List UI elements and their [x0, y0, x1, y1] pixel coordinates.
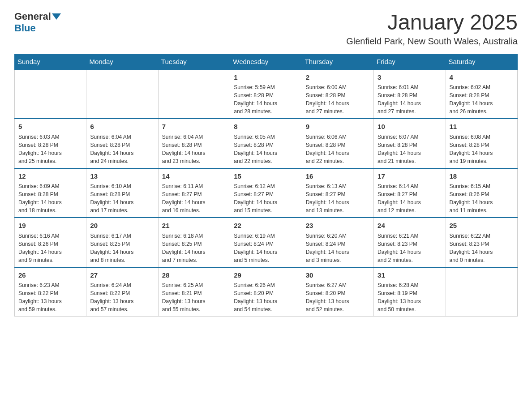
day-info: Sunrise: 6:18 AM Sunset: 8:25 PM Dayligh… [162, 232, 226, 264]
calendar-cell: 7Sunrise: 6:04 AM Sunset: 8:28 PM Daylig… [158, 119, 230, 168]
calendar-cell: 6Sunrise: 6:04 AM Sunset: 8:28 PM Daylig… [86, 119, 158, 168]
calendar-cell: 26Sunrise: 6:23 AM Sunset: 8:22 PM Dayli… [15, 267, 86, 317]
logo: General Blue [14, 11, 62, 34]
day-number: 20 [90, 221, 154, 231]
day-info: Sunrise: 6:00 AM Sunset: 8:28 PM Dayligh… [306, 83, 370, 116]
day-info: Sunrise: 6:25 AM Sunset: 8:21 PM Dayligh… [162, 281, 226, 313]
calendar-week-4: 19Sunrise: 6:16 AM Sunset: 8:26 PM Dayli… [15, 218, 518, 267]
day-info: Sunrise: 6:08 AM Sunset: 8:28 PM Dayligh… [450, 133, 514, 165]
day-number: 25 [450, 221, 514, 231]
day-info: Sunrise: 6:02 AM Sunset: 8:28 PM Dayligh… [450, 83, 514, 116]
day-number: 1 [234, 73, 298, 83]
page-header: General Blue January 2025 Glenfield Park… [14, 11, 518, 47]
day-info: Sunrise: 6:05 AM Sunset: 8:28 PM Dayligh… [234, 133, 298, 165]
day-number: 5 [18, 122, 82, 132]
day-info: Sunrise: 6:17 AM Sunset: 8:25 PM Dayligh… [90, 232, 154, 264]
day-info: Sunrise: 6:27 AM Sunset: 8:20 PM Dayligh… [306, 281, 370, 313]
calendar-cell [158, 69, 230, 119]
day-info: Sunrise: 6:10 AM Sunset: 8:28 PM Dayligh… [90, 182, 154, 214]
day-info: Sunrise: 6:04 AM Sunset: 8:28 PM Dayligh… [162, 133, 226, 165]
day-number: 2 [306, 73, 370, 83]
calendar-cell: 10Sunrise: 6:07 AM Sunset: 8:28 PM Dayli… [374, 119, 446, 168]
day-number: 4 [450, 73, 514, 83]
day-info: Sunrise: 6:04 AM Sunset: 8:28 PM Dayligh… [90, 133, 154, 165]
day-number: 8 [234, 122, 298, 132]
calendar-cell: 1Sunrise: 5:59 AM Sunset: 8:28 PM Daylig… [230, 69, 302, 119]
day-number: 16 [306, 171, 370, 182]
day-info: Sunrise: 6:13 AM Sunset: 8:27 PM Dayligh… [306, 182, 370, 214]
calendar-cell: 8Sunrise: 6:05 AM Sunset: 8:28 PM Daylig… [230, 119, 302, 168]
calendar-cell: 24Sunrise: 6:21 AM Sunset: 8:23 PM Dayli… [374, 218, 446, 267]
logo-general: General [14, 11, 51, 22]
logo-triangle-icon [52, 13, 61, 20]
calendar-cell: 18Sunrise: 6:15 AM Sunset: 8:26 PM Dayli… [446, 168, 517, 218]
day-info: Sunrise: 6:15 AM Sunset: 8:26 PM Dayligh… [450, 182, 514, 214]
day-info: Sunrise: 6:23 AM Sunset: 8:22 PM Dayligh… [18, 281, 82, 313]
calendar-table: SundayMondayTuesdayWednesdayThursdayFrid… [14, 54, 518, 317]
header-friday: Friday [374, 54, 446, 69]
calendar-cell: 9Sunrise: 6:06 AM Sunset: 8:28 PM Daylig… [302, 119, 373, 168]
calendar-cell: 3Sunrise: 6:01 AM Sunset: 8:28 PM Daylig… [374, 69, 446, 119]
day-number: 21 [162, 221, 226, 231]
calendar-header-row: SundayMondayTuesdayWednesdayThursdayFrid… [15, 54, 518, 69]
calendar-cell: 17Sunrise: 6:14 AM Sunset: 8:27 PM Dayli… [374, 168, 446, 218]
day-number: 28 [162, 270, 226, 281]
month-title: January 2025 [346, 11, 518, 34]
calendar-cell: 4Sunrise: 6:02 AM Sunset: 8:28 PM Daylig… [446, 69, 517, 119]
day-number: 18 [450, 171, 514, 182]
calendar-cell: 11Sunrise: 6:08 AM Sunset: 8:28 PM Dayli… [446, 119, 517, 168]
calendar-cell: 28Sunrise: 6:25 AM Sunset: 8:21 PM Dayli… [158, 267, 230, 317]
calendar-cell: 20Sunrise: 6:17 AM Sunset: 8:25 PM Dayli… [86, 218, 158, 267]
day-info: Sunrise: 6:03 AM Sunset: 8:28 PM Dayligh… [18, 133, 82, 165]
calendar-cell [86, 69, 158, 119]
calendar-cell: 29Sunrise: 6:26 AM Sunset: 8:20 PM Dayli… [230, 267, 302, 317]
calendar-cell: 15Sunrise: 6:12 AM Sunset: 8:27 PM Dayli… [230, 168, 302, 218]
calendar-cell: 5Sunrise: 6:03 AM Sunset: 8:28 PM Daylig… [15, 119, 86, 168]
calendar-cell [446, 267, 517, 317]
day-info: Sunrise: 6:21 AM Sunset: 8:23 PM Dayligh… [378, 232, 442, 264]
calendar-cell: 25Sunrise: 6:22 AM Sunset: 8:23 PM Dayli… [446, 218, 517, 267]
day-number: 14 [162, 171, 226, 182]
day-info: Sunrise: 6:28 AM Sunset: 8:19 PM Dayligh… [378, 281, 442, 313]
day-number: 10 [378, 122, 442, 132]
calendar-cell: 16Sunrise: 6:13 AM Sunset: 8:27 PM Dayli… [302, 168, 373, 218]
day-number: 6 [90, 122, 154, 132]
day-number: 29 [234, 270, 298, 281]
calendar-cell: 21Sunrise: 6:18 AM Sunset: 8:25 PM Dayli… [158, 218, 230, 267]
day-number: 19 [18, 221, 82, 231]
calendar-cell [15, 69, 86, 119]
day-number: 7 [162, 122, 226, 132]
calendar-cell: 13Sunrise: 6:10 AM Sunset: 8:28 PM Dayli… [86, 168, 158, 218]
calendar-week-5: 26Sunrise: 6:23 AM Sunset: 8:22 PM Dayli… [15, 267, 518, 317]
day-info: Sunrise: 6:24 AM Sunset: 8:22 PM Dayligh… [90, 281, 154, 313]
day-info: Sunrise: 6:07 AM Sunset: 8:28 PM Dayligh… [378, 133, 442, 165]
calendar-cell: 14Sunrise: 6:11 AM Sunset: 8:27 PM Dayli… [158, 168, 230, 218]
calendar-cell: 22Sunrise: 6:19 AM Sunset: 8:24 PM Dayli… [230, 218, 302, 267]
calendar-cell: 2Sunrise: 6:00 AM Sunset: 8:28 PM Daylig… [302, 69, 373, 119]
day-info: Sunrise: 6:09 AM Sunset: 8:28 PM Dayligh… [18, 182, 82, 214]
calendar-cell: 12Sunrise: 6:09 AM Sunset: 8:28 PM Dayli… [15, 168, 86, 218]
day-number: 3 [378, 73, 442, 83]
location-title: Glenfield Park, New South Wales, Austral… [346, 36, 518, 47]
calendar-cell: 27Sunrise: 6:24 AM Sunset: 8:22 PM Dayli… [86, 267, 158, 317]
day-info: Sunrise: 6:20 AM Sunset: 8:24 PM Dayligh… [306, 232, 370, 264]
day-info: Sunrise: 6:06 AM Sunset: 8:28 PM Dayligh… [306, 133, 370, 165]
day-number: 31 [378, 270, 442, 281]
logo-blue: Blue [14, 22, 36, 34]
day-number: 15 [234, 171, 298, 182]
day-info: Sunrise: 6:19 AM Sunset: 8:24 PM Dayligh… [234, 232, 298, 264]
day-number: 23 [306, 221, 370, 231]
day-info: Sunrise: 6:26 AM Sunset: 8:20 PM Dayligh… [234, 281, 298, 313]
calendar-cell: 19Sunrise: 6:16 AM Sunset: 8:26 PM Dayli… [15, 218, 86, 267]
day-info: Sunrise: 5:59 AM Sunset: 8:28 PM Dayligh… [234, 83, 298, 116]
day-info: Sunrise: 6:16 AM Sunset: 8:26 PM Dayligh… [18, 232, 82, 264]
header-sunday: Sunday [15, 54, 86, 69]
day-number: 12 [18, 171, 82, 182]
header-thursday: Thursday [302, 54, 373, 69]
day-number: 22 [234, 221, 298, 231]
header-wednesday: Wednesday [230, 54, 302, 69]
day-info: Sunrise: 6:11 AM Sunset: 8:27 PM Dayligh… [162, 182, 226, 214]
day-info: Sunrise: 6:22 AM Sunset: 8:23 PM Dayligh… [450, 232, 514, 264]
calendar-cell: 23Sunrise: 6:20 AM Sunset: 8:24 PM Dayli… [302, 218, 373, 267]
day-number: 11 [450, 122, 514, 132]
